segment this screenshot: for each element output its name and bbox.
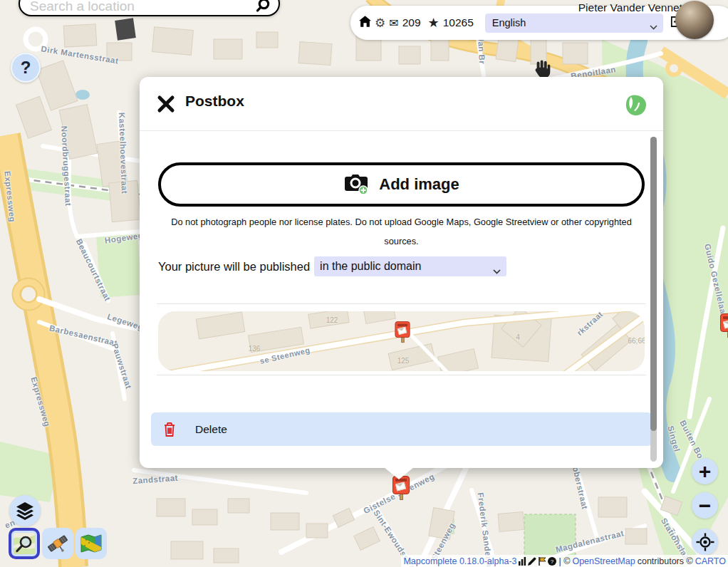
zoom-in-button[interactable]: + <box>692 458 718 484</box>
search-bar <box>19 0 280 16</box>
app-version-link[interactable]: Mapcomplete 0.18.0-alpha-3 <box>403 556 516 566</box>
camera-plus-icon <box>343 174 369 195</box>
stats-icon <box>518 557 526 566</box>
zoom-out-button[interactable]: − <box>692 492 718 519</box>
chevron-down-icon <box>650 21 657 32</box>
delete-button[interactable]: Delete <box>151 412 652 446</box>
license-select[interactable]: in the public domain <box>314 256 506 276</box>
minimap[interactable]: se Steenwegrkstraat122136125466;66 <box>158 311 645 371</box>
postbox-marker[interactable] <box>392 476 410 501</box>
divider <box>157 303 646 304</box>
add-image-label: Add image <box>379 175 459 194</box>
divider <box>157 375 646 375</box>
carto-link[interactable]: CARTO <box>695 556 726 566</box>
messages-count: 209 <box>402 16 421 29</box>
image-license-notice: Do not photograph people nor license pla… <box>160 212 644 251</box>
flag-icon <box>538 557 546 566</box>
help-label: ? <box>21 58 31 78</box>
svg-text:?: ? <box>550 558 553 565</box>
geolocate-icon <box>696 533 714 551</box>
language-select[interactable]: English <box>485 14 663 33</box>
minimap-postbox-marker[interactable] <box>395 321 410 344</box>
satellite-icon <box>47 533 68 554</box>
popup-header: Postbox <box>140 77 663 130</box>
username-label[interactable]: Pieter Vander Vennet <box>578 1 682 14</box>
mapcomplete-app: Dirk MartensstraatExpresswegNoordbrugges… <box>0 0 728 567</box>
style-osm-button[interactable] <box>9 528 40 559</box>
pencil-icon <box>528 557 536 566</box>
messages-icon[interactable]: ✉ <box>389 16 398 30</box>
user-panel: ⚙ ✉ 209 ★ 10265 English Pieter Vander Ve… <box>350 6 728 40</box>
add-image-button[interactable]: Add image <box>158 162 645 207</box>
mapcomplete-logo-icon <box>625 94 648 117</box>
osm-link[interactable]: OpenStreetMap <box>572 556 635 566</box>
search-input[interactable] <box>20 0 254 14</box>
style-satellite-button[interactable] <box>42 528 73 559</box>
layers-icon <box>16 501 34 520</box>
changesets-count: 10265 <box>443 16 474 29</box>
license-prefix-label: Your picture will be published <box>158 260 310 274</box>
attribution-contributors: contributors © <box>638 556 693 566</box>
language-value: English <box>492 17 526 28</box>
postbox-leg <box>400 494 403 500</box>
close-icon[interactable] <box>157 95 175 113</box>
background-style-row <box>9 528 107 559</box>
feature-popup: Postbox <box>140 77 663 468</box>
popup-content: Add image Do not photograph people nor l… <box>140 130 663 462</box>
question-icon: ? <box>548 557 556 566</box>
help-button[interactable]: ? <box>11 53 41 83</box>
attribution-bar: Mapcomplete 0.18.0-alpha-3 ? | © OpenStr… <box>401 555 728 567</box>
attribution-separator: | © <box>559 556 571 566</box>
layers-button[interactable] <box>9 495 41 526</box>
license-value: in the public domain <box>320 260 421 273</box>
delete-label: Delete <box>195 423 227 436</box>
gear-icon[interactable]: ⚙ <box>375 16 385 31</box>
popup-tail <box>384 467 414 479</box>
folded-map-icon <box>80 533 102 554</box>
style-map-button[interactable] <box>76 528 107 559</box>
star-icon: ★ <box>428 15 440 31</box>
chevron-down-icon <box>493 264 501 277</box>
search-icon[interactable] <box>254 0 271 16</box>
trash-icon <box>162 422 177 437</box>
osm-map-icon <box>14 533 35 554</box>
popup-title: Postbox <box>185 93 244 110</box>
geolocate-button[interactable] <box>692 529 718 555</box>
postbox-marker-edge[interactable] <box>720 313 728 339</box>
user-avatar[interactable] <box>675 1 714 39</box>
home-icon[interactable] <box>359 16 371 30</box>
popup-scrollbar-thumb[interactable] <box>650 137 657 431</box>
postbox-body <box>720 313 728 332</box>
license-row: Your picture will be published in the pu… <box>158 256 645 276</box>
